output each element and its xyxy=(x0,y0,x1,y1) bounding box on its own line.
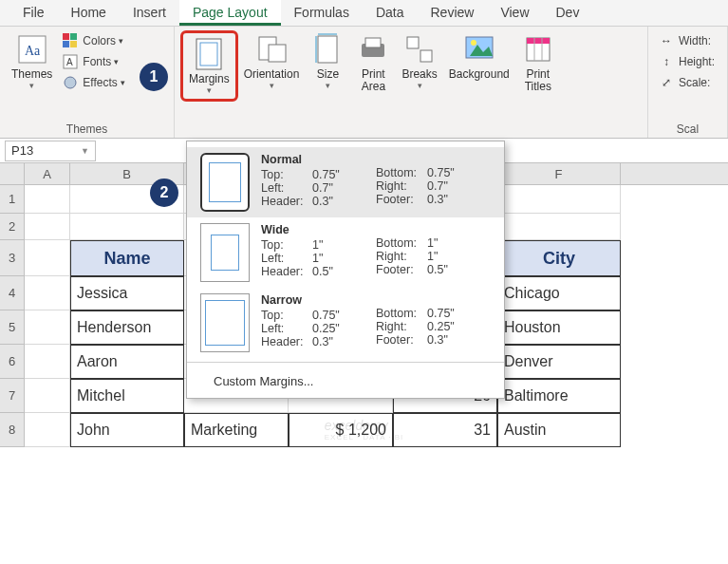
name-box[interactable]: P13▼ xyxy=(5,141,96,161)
chevron-down-icon: ▾ xyxy=(207,85,212,95)
row-header[interactable]: 1 xyxy=(0,185,25,214)
tab-file[interactable]: File xyxy=(9,0,58,26)
tab-page-layout[interactable]: Page Layout xyxy=(179,0,281,26)
group-page-setup: Margins ▾ Orientation ▾ Size ▾ Print Are… xyxy=(175,27,648,138)
cell[interactable] xyxy=(70,214,184,240)
cell-name[interactable]: Henderson xyxy=(70,310,184,345)
row-header[interactable]: 7 xyxy=(0,379,25,413)
print-titles-button[interactable]: Print Titles xyxy=(515,30,561,95)
breaks-icon xyxy=(402,32,437,66)
svg-rect-17 xyxy=(365,38,381,47)
cell-dept[interactable]: Marketing xyxy=(184,413,289,447)
tab-formulas[interactable]: Formulas xyxy=(281,0,363,26)
cell[interactable] xyxy=(497,185,621,214)
scale-icon: ⤢ xyxy=(658,74,675,91)
themes-icon: Aa xyxy=(15,32,49,66)
row-header[interactable]: 8 xyxy=(0,413,25,447)
tab-home[interactable]: Home xyxy=(58,0,120,26)
margin-option-narrow[interactable]: Narrow Top:0.75" Left:0.25" Header:0.3" … xyxy=(187,288,504,358)
cell[interactable] xyxy=(497,214,621,240)
fonts-icon: A xyxy=(62,53,79,70)
margin-preview-icon xyxy=(200,153,250,212)
margins-icon xyxy=(192,37,226,71)
svg-rect-13 xyxy=(318,36,337,63)
margins-dropdown: Normal Top:0.75" Left:0.7" Header:0.3" B… xyxy=(186,141,505,399)
cell-name[interactable]: Mitchel xyxy=(70,379,184,413)
cell-name[interactable]: Jessica xyxy=(70,276,184,310)
print-area-icon xyxy=(356,32,390,66)
chevron-down-icon: ▾ xyxy=(29,81,34,90)
colors-button[interactable]: Colors▾ xyxy=(58,30,128,51)
cell[interactable] xyxy=(25,214,70,240)
fonts-button[interactable]: AFonts▾ xyxy=(58,51,128,72)
cell[interactable] xyxy=(25,345,70,379)
row-header[interactable]: 4 xyxy=(0,276,25,310)
width-control[interactable]: ↔Width: xyxy=(654,30,715,51)
chevron-down-icon: ▾ xyxy=(418,81,422,90)
cell-city[interactable]: Denver xyxy=(497,345,621,379)
margin-option-wide[interactable]: Wide Top:1" Left:1" Header:0.5" Bottom:1… xyxy=(187,217,504,288)
custom-margins-item[interactable]: Custom Margins... xyxy=(187,367,504,392)
row-header[interactable]: 6 xyxy=(0,345,25,379)
row-header[interactable]: 5 xyxy=(0,310,25,345)
colors-icon xyxy=(62,32,79,49)
svg-point-22 xyxy=(471,40,476,46)
svg-rect-5 xyxy=(70,41,77,47)
group-label-scale: Scal xyxy=(654,121,721,136)
tab-review[interactable]: Review xyxy=(418,0,488,26)
tab-dev[interactable]: Dev xyxy=(543,0,593,26)
row-header[interactable]: 2 xyxy=(0,214,25,240)
cell-city[interactable]: Austin xyxy=(497,413,621,447)
effects-button[interactable]: Effects▾ xyxy=(58,72,128,93)
cell[interactable] xyxy=(25,310,70,345)
svg-rect-12 xyxy=(269,45,286,62)
print-area-button[interactable]: Print Area xyxy=(350,30,396,95)
cell[interactable] xyxy=(25,185,70,214)
cell[interactable] xyxy=(25,240,70,276)
tab-view[interactable]: View xyxy=(487,0,542,26)
col-header[interactable]: F xyxy=(497,163,621,184)
margin-preview-icon xyxy=(200,293,250,352)
height-control[interactable]: ↕Height: xyxy=(654,51,719,72)
print-titles-icon xyxy=(521,32,555,66)
svg-text:Aa: Aa xyxy=(25,44,41,58)
svg-text:A: A xyxy=(66,57,73,67)
group-scale: ↔Width: ↕Height: ⤢Scale: Scal xyxy=(648,27,728,138)
cell[interactable] xyxy=(25,379,70,413)
row-header[interactable]: 3 xyxy=(0,240,25,276)
table-header-city[interactable]: City xyxy=(497,240,621,276)
tab-insert[interactable]: Insert xyxy=(120,0,179,26)
cell-city[interactable]: Chicago xyxy=(497,276,621,310)
margin-option-normal[interactable]: Normal Top:0.75" Left:0.7" Header:0.3" B… xyxy=(187,147,504,217)
chevron-down-icon: ▼ xyxy=(81,146,89,156)
cell-name[interactable]: Aaron xyxy=(70,345,184,379)
size-button[interactable]: Size ▾ xyxy=(305,30,350,92)
cell-name[interactable]: John xyxy=(70,413,184,447)
chevron-down-icon: ▾ xyxy=(326,81,330,90)
svg-rect-2 xyxy=(63,33,69,40)
watermark: exceldemyEXCEL · DATA · BI xyxy=(325,418,404,442)
select-all-corner[interactable] xyxy=(0,163,25,184)
orientation-button[interactable]: Orientation ▾ xyxy=(238,30,306,92)
svg-rect-3 xyxy=(70,33,77,40)
tab-data[interactable]: Data xyxy=(363,0,418,26)
breaks-button[interactable]: Breaks ▾ xyxy=(396,30,442,92)
col-header[interactable]: A xyxy=(25,163,70,184)
scale-control[interactable]: ⤢Scale: xyxy=(654,72,714,93)
cell-city[interactable]: Baltimore xyxy=(497,379,621,413)
cell[interactable] xyxy=(25,276,70,310)
background-button[interactable]: Background xyxy=(443,30,515,83)
table-header-name[interactable]: Name xyxy=(70,240,184,276)
themes-button[interactable]: Aa Themes ▾ xyxy=(6,30,58,92)
svg-rect-19 xyxy=(420,50,432,62)
callout-badge-1: 1 xyxy=(140,63,168,91)
cell-city[interactable]: Houston xyxy=(497,310,621,345)
ribbon-body: Aa Themes ▾ Colors▾ AFonts▾ Effects▾ The… xyxy=(0,27,728,139)
svg-point-8 xyxy=(65,77,76,88)
width-icon: ↔ xyxy=(658,32,675,49)
margins-button[interactable]: Margins ▾ xyxy=(180,30,238,102)
cell-age[interactable]: 31 xyxy=(393,413,497,447)
separator xyxy=(187,362,504,363)
chevron-down-icon: ▾ xyxy=(270,81,274,90)
cell[interactable] xyxy=(25,413,70,447)
